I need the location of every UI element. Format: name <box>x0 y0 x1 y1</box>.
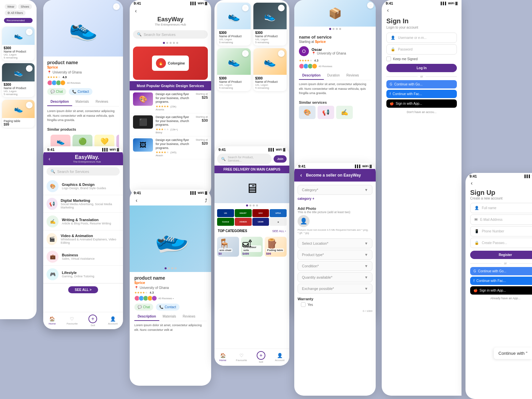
chat-button[interactable]: 💬 Chat <box>134 304 153 311</box>
category-item-video[interactable]: 🎬 Video & Animation Whiteboard & Animate… <box>43 230 123 248</box>
filter-all[interactable]: ⚙ All Filters <box>5 10 26 16</box>
nav-sell[interactable]: + Sell <box>88 315 97 327</box>
contact-button[interactable]: 📞 Contact <box>156 304 179 311</box>
similar-card[interactable]: 🟣 <box>116 135 119 148</box>
category-item-marketing[interactable]: 📢 Digital Marketing Social Media Adverti… <box>43 195 123 213</box>
similar-card[interactable]: 🟢 <box>72 135 92 148</box>
product-stock: 5 remaining <box>219 86 249 89</box>
tab-materials[interactable]: Materials <box>72 98 92 106</box>
heart-button[interactable]: ♡ <box>242 50 249 57</box>
service-item-2[interactable]: ⬛ Design eye catching flyer for your bus… <box>130 113 211 136</box>
back-button[interactable]: ‹ <box>298 172 304 179</box>
product-card: ♡ 👟 $300 Name of Product UG, Legon 5 rem… <box>2 63 35 97</box>
nav-home[interactable]: 🏠 Home <box>49 316 56 325</box>
quantity-dropdown[interactable]: Quantity available* ▼ <box>298 272 372 282</box>
keep-signed-row: Keep me Signed <box>386 57 457 61</box>
category-dropdown[interactable]: Category* ▼ <box>298 185 372 195</box>
yes-checkbox[interactable] <box>301 302 306 307</box>
search-bar[interactable]: 🔍 Search for Services <box>47 167 120 176</box>
nav-favourite[interactable]: ♡ Favourite <box>66 316 77 325</box>
product-location: UG, Legon <box>219 38 249 41</box>
tab-duration[interactable]: Duration <box>324 71 343 80</box>
nav-account[interactable]: 👤 Account <box>108 316 118 325</box>
cat-card-sofa[interactable]: 🛋 Grundtaur sofa $499 <box>241 237 263 257</box>
search-bar[interactable]: 🔍 Search for Product, Services... <box>217 154 272 164</box>
username-field[interactable]: 👤 Username or e-m... <box>386 33 457 43</box>
login-button[interactable]: Log In <box>386 64 457 72</box>
search-bar[interactable]: 🔍 Search for Services <box>133 30 208 39</box>
phone-field[interactable]: 📱 Phone Number <box>470 226 532 236</box>
category-item-graphics[interactable]: 🎨 Graphics & Design Logo Design, Brand S… <box>43 178 123 195</box>
facebook-sign-in-button[interactable]: f Continue with Fac... <box>386 90 457 98</box>
share-icon[interactable]: ⤴ <box>205 198 207 203</box>
register-button[interactable]: Register <box>470 251 532 259</box>
google-sign-up-button[interactable]: G Continue with Go... <box>470 267 532 275</box>
nav-sell[interactable]: + Sell <box>257 351 265 363</box>
heart-button[interactable]: ♡ <box>26 65 33 72</box>
yes-label: Yes <box>308 303 313 307</box>
rating-value: 4.3 <box>314 59 319 62</box>
fullname-field[interactable]: 👤 Full name <box>470 203 532 213</box>
keep-signed-checkbox[interactable] <box>386 57 391 61</box>
heart-button[interactable]: ♡ <box>113 3 120 10</box>
tab-reviews[interactable]: Reviews <box>180 313 199 321</box>
product-type-dropdown[interactable]: Product type* ▼ <box>298 250 372 260</box>
password-field[interactable]: 🔒 Create Passwo... <box>470 238 532 248</box>
product-name: Name of Product <box>255 80 285 83</box>
writing-icon: ✍ <box>47 215 59 227</box>
similar-label: Similar products <box>47 127 119 131</box>
heart-button[interactable]: ♡ <box>242 5 249 11</box>
back-button[interactable]: ‹ <box>385 7 391 14</box>
filter-shoes[interactable]: Shoes <box>18 4 32 9</box>
contact-button[interactable]: 📞 Contact <box>69 88 92 95</box>
heart-button[interactable]: ♡ <box>26 29 33 35</box>
similar-service-card[interactable]: 📢 <box>318 106 334 119</box>
back-button[interactable]: ‹ <box>47 155 52 163</box>
location-dropdown[interactable]: Select Location* ▼ <box>298 238 372 248</box>
back-button[interactable]: ‹ <box>133 7 139 15</box>
exchange-dropdown[interactable]: Exchange possible* ▼ <box>298 284 372 294</box>
google-sign-in-button[interactable]: G Continue with Go... <box>386 80 457 88</box>
back-button[interactable]: ‹ <box>134 197 139 204</box>
heart-button[interactable]: ♡ <box>367 2 374 9</box>
tab-description[interactable]: Description <box>134 313 159 321</box>
business-icon: 💼 <box>47 251 59 263</box>
tab-reviews[interactable]: Reviews <box>343 71 362 80</box>
tab-description[interactable]: Description <box>299 71 324 80</box>
chat-button[interactable]: 💬 Chat <box>47 88 66 95</box>
nav-favourite[interactable]: ♡ Favourite <box>236 353 247 362</box>
heart-button[interactable]: ♡ <box>26 102 33 108</box>
category-item-writing[interactable]: ✍ Writing & Translation Article & Blog P… <box>43 213 123 230</box>
tab-reviews[interactable]: Reviews <box>92 98 112 106</box>
see-all-button[interactable]: SEE ALL > <box>68 286 98 293</box>
photo-placeholder[interactable]: 👤 <box>298 215 310 227</box>
similar-service-card[interactable]: ✍ <box>336 106 353 119</box>
service-item-1[interactable]: 🎨 Design eye catching flyer for your bus… <box>130 90 211 113</box>
cat-card-chair[interactable]: 🪑 arm chair $0 <box>217 237 239 257</box>
nav-home[interactable]: 🏠 Home <box>219 353 226 362</box>
apple-sign-in-button[interactable]: 🍎 Sign in with App... <box>386 99 457 108</box>
heart-button[interactable]: ♡ <box>278 50 285 57</box>
similar-card[interactable]: 💛 <box>94 135 114 148</box>
category-item-lifestyle[interactable]: 🎮 Lifestyle Gaming, Online Tutoring <box>43 266 123 283</box>
heart-button[interactable]: ♡ <box>278 5 285 11</box>
back-button[interactable]: ‹ <box>469 180 474 187</box>
condition-dropdown[interactable]: Condition* ▼ <box>298 261 372 271</box>
similar-service-card[interactable]: 🎨 <box>299 106 316 119</box>
similar-card[interactable]: 👟 <box>51 135 70 148</box>
cat-card-table[interactable]: 🪵 Poding table $99 <box>265 237 287 257</box>
filter-wear[interactable]: Wear <box>5 4 17 9</box>
tab-description[interactable]: Description <box>47 98 72 106</box>
apple-sign-up-button[interactable]: 🍎 Sign in with App... <box>470 286 532 295</box>
facebook-sign-up-button[interactable]: f Continue with Fac... <box>470 277 532 285</box>
nav-account[interactable]: 👤 Account <box>275 353 285 362</box>
join-button[interactable]: Join <box>274 155 287 163</box>
category-item-business[interactable]: 💼 Business Sales, Virtual Assistance <box>43 248 123 266</box>
filter-recommended[interactable]: Recommended <box>4 18 33 23</box>
email-field[interactable]: ✉ E-Mail Address <box>470 214 532 225</box>
service-price-1: $25 <box>196 95 208 99</box>
see-all-button[interactable]: SEE ALL › <box>272 229 286 233</box>
service-item-3[interactable]: 🖼 Design eye catching flyer for your bus… <box>130 136 211 159</box>
password-field[interactable]: 🔒 Password <box>386 44 457 55</box>
tab-materials[interactable]: Materials <box>159 313 180 321</box>
